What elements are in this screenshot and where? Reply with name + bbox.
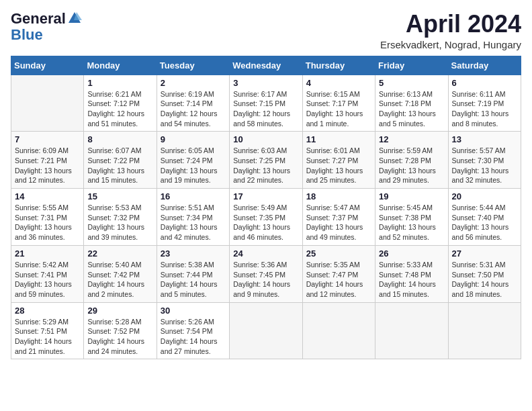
- calendar-cell: 1Sunrise: 6:21 AMSunset: 7:12 PMDaylight…: [84, 75, 157, 132]
- calendar-cell: [302, 302, 375, 359]
- day-info: Sunrise: 5:45 AMSunset: 7:38 PMDaylight:…: [379, 203, 444, 242]
- calendar-cell: 21Sunrise: 5:42 AMSunset: 7:41 PMDayligh…: [11, 245, 84, 302]
- day-info: Sunrise: 5:51 AMSunset: 7:34 PMDaylight:…: [161, 203, 226, 242]
- calendar-cell: 16Sunrise: 5:51 AMSunset: 7:34 PMDayligh…: [157, 189, 229, 246]
- calendar-cell: 18Sunrise: 5:47 AMSunset: 7:37 PMDayligh…: [302, 189, 375, 246]
- day-info: Sunrise: 6:17 AMSunset: 7:15 PMDaylight:…: [233, 89, 298, 129]
- day-info: Sunrise: 5:26 AMSunset: 7:54 PMDaylight:…: [161, 317, 226, 357]
- calendar-cell: [448, 302, 521, 359]
- day-number: 21: [15, 248, 80, 259]
- day-number: 10: [233, 134, 298, 144]
- day-number: 17: [233, 191, 298, 201]
- logo-blue: Blue: [11, 27, 43, 43]
- calendar-week-row: 28Sunrise: 5:29 AMSunset: 7:51 PMDayligh…: [11, 302, 521, 359]
- title-area: April 2024 Ersekvadkert, Nograd, Hungary: [380, 11, 521, 50]
- page-header: General Blue April 2024 Ersekvadkert, No…: [11, 11, 521, 50]
- day-info: Sunrise: 5:33 AMSunset: 7:48 PMDaylight:…: [379, 260, 444, 300]
- day-number: 2: [161, 78, 226, 88]
- day-number: 19: [379, 191, 444, 201]
- day-info: Sunrise: 6:21 AMSunset: 7:12 PMDaylight:…: [87, 89, 152, 129]
- day-number: 23: [161, 248, 226, 259]
- calendar-header-friday: Friday: [375, 56, 448, 75]
- calendar-cell: 4Sunrise: 6:15 AMSunset: 7:17 PMDaylight…: [302, 75, 375, 132]
- calendar-cell: 22Sunrise: 5:40 AMSunset: 7:42 PMDayligh…: [84, 245, 157, 302]
- calendar-cell: [11, 75, 84, 132]
- calendar-cell: 26Sunrise: 5:33 AMSunset: 7:48 PMDayligh…: [375, 245, 448, 302]
- day-info: Sunrise: 5:42 AMSunset: 7:41 PMDaylight:…: [15, 260, 80, 300]
- calendar-cell: 11Sunrise: 6:01 AMSunset: 7:27 PMDayligh…: [302, 132, 375, 189]
- day-number: 22: [87, 248, 152, 259]
- day-number: 13: [452, 134, 517, 144]
- calendar-week-row: 1Sunrise: 6:21 AMSunset: 7:12 PMDaylight…: [11, 75, 521, 132]
- day-number: 12: [379, 134, 444, 144]
- day-info: Sunrise: 6:11 AMSunset: 7:19 PMDaylight:…: [452, 89, 517, 129]
- calendar-header-thursday: Thursday: [302, 56, 375, 75]
- day-number: 16: [161, 191, 226, 201]
- calendar-header-monday: Monday: [84, 56, 157, 75]
- calendar-cell: 6Sunrise: 6:11 AMSunset: 7:19 PMDaylight…: [448, 75, 521, 132]
- calendar-cell: [375, 302, 448, 359]
- calendar-cell: 3Sunrise: 6:17 AMSunset: 7:15 PMDaylight…: [230, 75, 302, 132]
- day-info: Sunrise: 5:40 AMSunset: 7:42 PMDaylight:…: [87, 260, 152, 300]
- day-number: 11: [306, 134, 371, 144]
- day-info: Sunrise: 5:55 AMSunset: 7:31 PMDaylight:…: [15, 203, 80, 242]
- day-number: 14: [15, 191, 80, 201]
- calendar-cell: 29Sunrise: 5:28 AMSunset: 7:52 PMDayligh…: [84, 302, 157, 359]
- calendar-cell: 14Sunrise: 5:55 AMSunset: 7:31 PMDayligh…: [11, 189, 84, 246]
- calendar-cell: 9Sunrise: 6:05 AMSunset: 7:24 PMDaylight…: [157, 132, 229, 189]
- day-info: Sunrise: 5:49 AMSunset: 7:35 PMDaylight:…: [233, 203, 298, 242]
- calendar-header-row: SundayMondayTuesdayWednesdayThursdayFrid…: [11, 56, 521, 75]
- day-number: 4: [306, 78, 371, 88]
- calendar-header-sunday: Sunday: [11, 56, 84, 75]
- calendar-cell: 19Sunrise: 5:45 AMSunset: 7:38 PMDayligh…: [375, 189, 448, 246]
- day-info: Sunrise: 6:07 AMSunset: 7:22 PMDaylight:…: [87, 146, 152, 185]
- calendar-cell: 17Sunrise: 5:49 AMSunset: 7:35 PMDayligh…: [230, 189, 302, 246]
- day-info: Sunrise: 5:47 AMSunset: 7:37 PMDaylight:…: [306, 203, 371, 242]
- day-info: Sunrise: 5:28 AMSunset: 7:52 PMDaylight:…: [87, 317, 152, 357]
- location-title: Ersekvadkert, Nograd, Hungary: [380, 39, 521, 50]
- day-info: Sunrise: 5:36 AMSunset: 7:45 PMDaylight:…: [233, 260, 298, 300]
- day-number: 20: [452, 191, 517, 201]
- calendar-cell: 12Sunrise: 5:59 AMSunset: 7:28 PMDayligh…: [375, 132, 448, 189]
- calendar-cell: 13Sunrise: 5:57 AMSunset: 7:30 PMDayligh…: [448, 132, 521, 189]
- day-number: 25: [306, 248, 371, 259]
- day-info: Sunrise: 6:19 AMSunset: 7:14 PMDaylight:…: [161, 89, 226, 129]
- day-info: Sunrise: 6:01 AMSunset: 7:27 PMDaylight:…: [306, 146, 371, 185]
- calendar-cell: 28Sunrise: 5:29 AMSunset: 7:51 PMDayligh…: [11, 302, 84, 359]
- logo: General Blue: [11, 11, 82, 43]
- calendar-cell: 7Sunrise: 6:09 AMSunset: 7:21 PMDaylight…: [11, 132, 84, 189]
- calendar-cell: 8Sunrise: 6:07 AMSunset: 7:22 PMDaylight…: [84, 132, 157, 189]
- calendar-cell: 2Sunrise: 6:19 AMSunset: 7:14 PMDaylight…: [157, 75, 229, 132]
- logo-general: General: [11, 11, 66, 27]
- calendar-cell: 24Sunrise: 5:36 AMSunset: 7:45 PMDayligh…: [230, 245, 302, 302]
- day-info: Sunrise: 6:09 AMSunset: 7:21 PMDaylight:…: [15, 146, 80, 185]
- day-info: Sunrise: 6:05 AMSunset: 7:24 PMDaylight:…: [161, 146, 226, 185]
- calendar-header-saturday: Saturday: [448, 56, 521, 75]
- day-number: 5: [379, 78, 444, 88]
- day-info: Sunrise: 6:13 AMSunset: 7:18 PMDaylight:…: [379, 89, 444, 129]
- day-info: Sunrise: 5:31 AMSunset: 7:50 PMDaylight:…: [452, 260, 517, 300]
- day-info: Sunrise: 5:29 AMSunset: 7:51 PMDaylight:…: [15, 317, 80, 357]
- calendar-week-row: 21Sunrise: 5:42 AMSunset: 7:41 PMDayligh…: [11, 245, 521, 302]
- day-info: Sunrise: 5:53 AMSunset: 7:32 PMDaylight:…: [87, 203, 152, 242]
- day-number: 7: [15, 134, 80, 144]
- day-info: Sunrise: 5:57 AMSunset: 7:30 PMDaylight:…: [452, 146, 517, 185]
- calendar-cell: 10Sunrise: 6:03 AMSunset: 7:25 PMDayligh…: [230, 132, 302, 189]
- day-number: 27: [452, 248, 517, 259]
- day-number: 26: [379, 248, 444, 259]
- day-number: 30: [161, 306, 226, 316]
- calendar-header-wednesday: Wednesday: [230, 56, 302, 75]
- day-info: Sunrise: 6:15 AMSunset: 7:17 PMDaylight:…: [306, 89, 371, 129]
- day-number: 8: [87, 134, 152, 144]
- calendar-table: SundayMondayTuesdayWednesdayThursdayFrid…: [11, 56, 521, 360]
- day-number: 9: [161, 134, 226, 144]
- calendar-cell: [230, 302, 302, 359]
- day-number: 29: [87, 306, 152, 316]
- calendar-cell: 5Sunrise: 6:13 AMSunset: 7:18 PMDaylight…: [375, 75, 448, 132]
- calendar-cell: 23Sunrise: 5:38 AMSunset: 7:44 PMDayligh…: [157, 245, 229, 302]
- calendar-cell: 20Sunrise: 5:44 AMSunset: 7:40 PMDayligh…: [448, 189, 521, 246]
- day-info: Sunrise: 5:38 AMSunset: 7:44 PMDaylight:…: [161, 260, 226, 300]
- day-number: 24: [233, 248, 298, 259]
- day-info: Sunrise: 5:59 AMSunset: 7:28 PMDaylight:…: [379, 146, 444, 185]
- calendar-cell: 15Sunrise: 5:53 AMSunset: 7:32 PMDayligh…: [84, 189, 157, 246]
